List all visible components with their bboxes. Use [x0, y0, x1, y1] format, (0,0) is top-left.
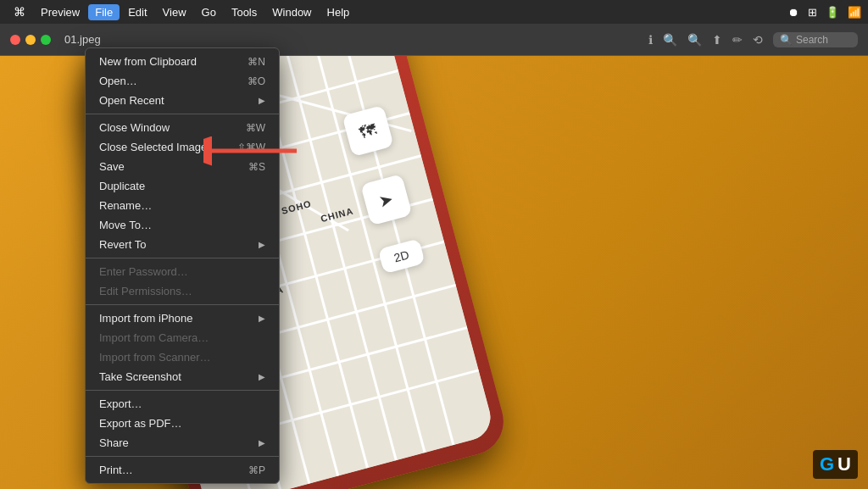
- pen-icon[interactable]: ✏: [732, 33, 743, 47]
- menu-move-to[interactable]: Move To…: [86, 215, 279, 235]
- menubar-file[interactable]: File: [88, 4, 120, 20]
- menubar-tools[interactable]: Tools: [225, 4, 264, 20]
- separator-2: [86, 258, 279, 258]
- window-title: 01.jpeg: [64, 33, 101, 46]
- menu-close-selected-image[interactable]: Close Selected Image ⇧⌘W: [86, 137, 279, 157]
- airplay-icon[interactable]: ⏺: [788, 6, 799, 19]
- toolbar-icons: ℹ 🔍 🔍 ⬆ ✏ ⟲ 🔍 Search: [648, 32, 858, 47]
- watermark-box: G U: [813, 450, 858, 479]
- close-window-shortcut: ⌘W: [246, 122, 265, 134]
- menu-import-from-camera: Import from Camera…: [86, 328, 279, 347]
- watermark-g-letter: G: [820, 453, 834, 475]
- menu-take-screenshot[interactable]: Take Screenshot: [86, 367, 279, 386]
- menu-close-window[interactable]: Close Window ⌘W: [86, 118, 279, 137]
- share-icon[interactable]: ⬆: [712, 33, 722, 47]
- menu-enter-password: Enter Password…: [86, 262, 279, 281]
- menubar: ⌘ Preview File Edit View Go Tools Window…: [0, 0, 868, 24]
- menu-import-from-scanner: Import from Scanner…: [86, 347, 279, 367]
- zoom-out-icon[interactable]: 🔍: [663, 33, 677, 47]
- maximize-button[interactable]: [41, 35, 51, 45]
- menu-open[interactable]: Open… ⌘O: [86, 71, 279, 91]
- menu-duplicate[interactable]: Duplicate: [86, 176, 279, 196]
- menu-rename[interactable]: Rename…: [86, 196, 279, 215]
- save-shortcut: ⌘S: [248, 161, 265, 173]
- separator-4: [86, 390, 279, 391]
- search-placeholder: Search: [796, 34, 828, 46]
- print-shortcut: ⌘P: [248, 464, 265, 476]
- info-icon[interactable]: ℹ: [648, 33, 653, 47]
- menu-revert-to[interactable]: Revert To: [86, 235, 279, 254]
- menu-print[interactable]: Print… ⌘P: [86, 460, 279, 480]
- search-icon: 🔍: [780, 34, 793, 46]
- watermark-u-letter: U: [837, 453, 851, 475]
- menubar-help[interactable]: Help: [320, 4, 357, 20]
- zoom-in-icon[interactable]: 🔍: [687, 33, 702, 47]
- file-menu-dropdown: New from Clipboard ⌘N Open… ⌘O Open Rece…: [85, 47, 280, 484]
- separator-1: [86, 114, 279, 114]
- menubar-preview[interactable]: Preview: [34, 4, 86, 20]
- new-shortcut: ⌘N: [248, 56, 265, 68]
- menu-import-from-iphone[interactable]: Import from iPhone: [86, 308, 279, 328]
- control-center-icon[interactable]: ⊞: [808, 6, 817, 19]
- separator-3: [86, 304, 279, 305]
- traffic-lights: [10, 35, 51, 45]
- watermark: G U: [813, 450, 858, 479]
- menubar-view[interactable]: View: [156, 4, 193, 20]
- rotate-icon[interactable]: ⟲: [753, 33, 763, 47]
- menubar-right-icons: ⏺ ⊞ 🔋 📶: [788, 6, 861, 19]
- search-box[interactable]: 🔍 Search: [773, 32, 858, 47]
- close-selected-shortcut: ⇧⌘W: [237, 142, 265, 153]
- menu-save[interactable]: Save ⌘S: [86, 157, 279, 176]
- wifi-icon: 📶: [848, 6, 861, 19]
- menubar-window[interactable]: Window: [265, 4, 318, 20]
- menu-export[interactable]: Export…: [86, 394, 279, 414]
- window-area: SOHO TRIBECA CHINA HUDSON SQUARE 📶69🔋: [0, 24, 868, 489]
- menubar-edit[interactable]: Edit: [121, 4, 153, 20]
- menu-edit-permissions: Edit Permissions…: [86, 281, 279, 301]
- menu-export-as-pdf[interactable]: Export as PDF…: [86, 414, 279, 433]
- menu-share[interactable]: Share: [86, 433, 279, 453]
- menu-open-recent[interactable]: Open Recent: [86, 91, 279, 110]
- minimize-button[interactable]: [25, 35, 36, 45]
- battery-icon: 🔋: [826, 6, 839, 19]
- apple-menu[interactable]: ⌘: [7, 5, 32, 19]
- close-button[interactable]: [10, 35, 20, 45]
- menubar-go[interactable]: Go: [195, 4, 223, 20]
- menu-new-from-clipboard[interactable]: New from Clipboard ⌘N: [86, 52, 279, 71]
- open-shortcut: ⌘O: [248, 75, 265, 87]
- separator-5: [86, 456, 279, 457]
